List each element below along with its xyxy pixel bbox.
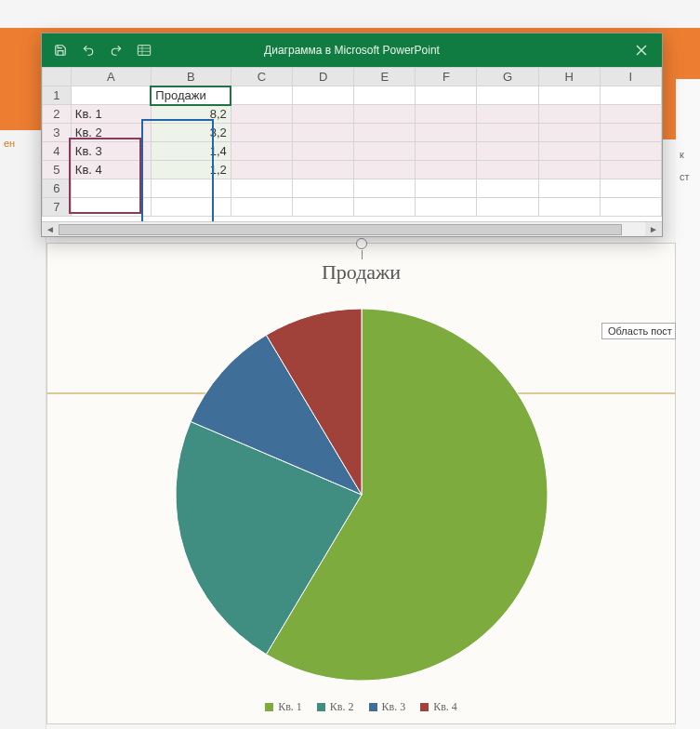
- cell[interactable]: [151, 198, 231, 217]
- scroll-right-icon[interactable]: ►: [645, 222, 662, 237]
- cell[interactable]: [477, 161, 538, 179]
- cell[interactable]: [600, 86, 661, 105]
- cell-value[interactable]: 8,2: [151, 105, 231, 124]
- table-row[interactable]: 7: [43, 198, 662, 217]
- scroll-left-icon[interactable]: ◄: [42, 222, 59, 237]
- cell-category[interactable]: Кв. 4: [71, 161, 151, 179]
- cell[interactable]: [600, 142, 661, 161]
- cell-category[interactable]: Кв. 3: [71, 142, 151, 161]
- cell[interactable]: [600, 124, 661, 142]
- row-header[interactable]: 5: [43, 161, 72, 179]
- cell[interactable]: [293, 161, 354, 179]
- table-row[interactable]: 5 Кв. 4 1,2: [43, 161, 662, 179]
- edit-data-icon[interactable]: [137, 43, 152, 58]
- cell-value[interactable]: 3,2: [151, 124, 231, 142]
- cell[interactable]: [71, 198, 151, 217]
- horizontal-scrollbar[interactable]: ◄ ►: [42, 221, 662, 236]
- col-header[interactable]: G: [477, 68, 538, 86]
- col-header[interactable]: B: [151, 68, 231, 86]
- legend-item[interactable]: Кв. 1: [265, 700, 302, 714]
- scroll-track[interactable]: [59, 222, 645, 237]
- col-header[interactable]: A: [71, 68, 151, 86]
- cell[interactable]: [354, 198, 416, 217]
- legend-item[interactable]: Кв. 2: [317, 700, 354, 714]
- table-row[interactable]: 1 Продажи: [43, 86, 662, 105]
- cell[interactable]: [600, 198, 661, 217]
- cell[interactable]: [538, 161, 600, 179]
- cell-category[interactable]: Кв. 2: [71, 124, 151, 142]
- select-all-corner[interactable]: [43, 68, 72, 86]
- cell[interactable]: [416, 179, 477, 198]
- row-header[interactable]: 4: [43, 142, 72, 161]
- cell[interactable]: [538, 142, 600, 161]
- window-titlebar[interactable]: Диаграмма в Microsoft PowerPoint: [42, 33, 662, 67]
- pie-chart[interactable]: [166, 299, 557, 690]
- cell[interactable]: [600, 179, 661, 198]
- scroll-thumb[interactable]: [59, 224, 622, 235]
- cell[interactable]: [293, 142, 354, 161]
- cell[interactable]: [293, 179, 354, 198]
- col-header[interactable]: C: [231, 68, 292, 86]
- cell[interactable]: [538, 105, 600, 124]
- cell[interactable]: [538, 124, 600, 142]
- row-header[interactable]: 7: [43, 198, 72, 217]
- chart-legend[interactable]: Кв. 1 Кв. 2 Кв. 3 Кв. 4: [47, 700, 675, 714]
- cell[interactable]: [231, 105, 292, 124]
- cell[interactable]: [600, 105, 661, 124]
- cell[interactable]: [293, 198, 354, 217]
- cell[interactable]: [600, 161, 661, 179]
- col-header[interactable]: I: [600, 68, 661, 86]
- cell[interactable]: [416, 105, 477, 124]
- col-header[interactable]: H: [538, 68, 600, 86]
- cell[interactable]: [231, 161, 292, 179]
- cell[interactable]: [231, 142, 292, 161]
- cell[interactable]: [293, 105, 354, 124]
- cell-value[interactable]: 1,2: [151, 161, 231, 179]
- cell[interactable]: [477, 124, 538, 142]
- cell[interactable]: [477, 105, 538, 124]
- cell[interactable]: [477, 179, 538, 198]
- cell[interactable]: [354, 161, 416, 179]
- cell[interactable]: [477, 198, 538, 217]
- cell[interactable]: [231, 124, 292, 142]
- row-header[interactable]: 3: [43, 124, 72, 142]
- cell[interactable]: [151, 179, 231, 198]
- col-header[interactable]: E: [354, 68, 416, 86]
- rotate-handle-icon[interactable]: [356, 238, 367, 249]
- cell[interactable]: [477, 142, 538, 161]
- cell[interactable]: [416, 124, 477, 142]
- col-header[interactable]: D: [293, 68, 354, 86]
- chart-object[interactable]: Продажи Область пост Кв. 1 Кв. 2 Кв. 3 К…: [46, 243, 676, 724]
- table-row[interactable]: 2 Кв. 1 8,2: [43, 105, 662, 124]
- cell-series-label[interactable]: Продажи: [151, 86, 231, 105]
- cell[interactable]: [538, 179, 600, 198]
- cell-category[interactable]: Кв. 1: [71, 105, 151, 124]
- redo-icon[interactable]: [109, 43, 124, 58]
- cell[interactable]: [416, 198, 477, 217]
- row-header[interactable]: 1: [43, 86, 72, 105]
- row-header[interactable]: 2: [43, 105, 72, 124]
- cell[interactable]: [231, 179, 292, 198]
- data-grid[interactable]: A B C D E F G H I 1 Продажи: [42, 67, 662, 217]
- cell[interactable]: [354, 142, 416, 161]
- row-header[interactable]: 6: [43, 179, 72, 198]
- cell[interactable]: [354, 179, 416, 198]
- cell[interactable]: [477, 86, 538, 105]
- worksheet[interactable]: A B C D E F G H I 1 Продажи: [42, 67, 662, 236]
- cell[interactable]: [416, 161, 477, 179]
- cell[interactable]: [354, 105, 416, 124]
- cell[interactable]: [293, 86, 354, 105]
- legend-item[interactable]: Кв. 3: [369, 700, 406, 714]
- cell-value[interactable]: 1,4: [151, 142, 231, 161]
- undo-icon[interactable]: [81, 43, 96, 58]
- cell[interactable]: [538, 198, 600, 217]
- cell[interactable]: [71, 179, 151, 198]
- cell[interactable]: [293, 124, 354, 142]
- cell[interactable]: [231, 198, 292, 217]
- column-header-row[interactable]: A B C D E F G H I: [43, 68, 662, 86]
- table-row[interactable]: 3 Кв. 2 3,2: [43, 124, 662, 142]
- save-icon[interactable]: [53, 43, 68, 58]
- cell[interactable]: [71, 86, 151, 105]
- cell[interactable]: [354, 86, 416, 105]
- cell[interactable]: [231, 86, 292, 105]
